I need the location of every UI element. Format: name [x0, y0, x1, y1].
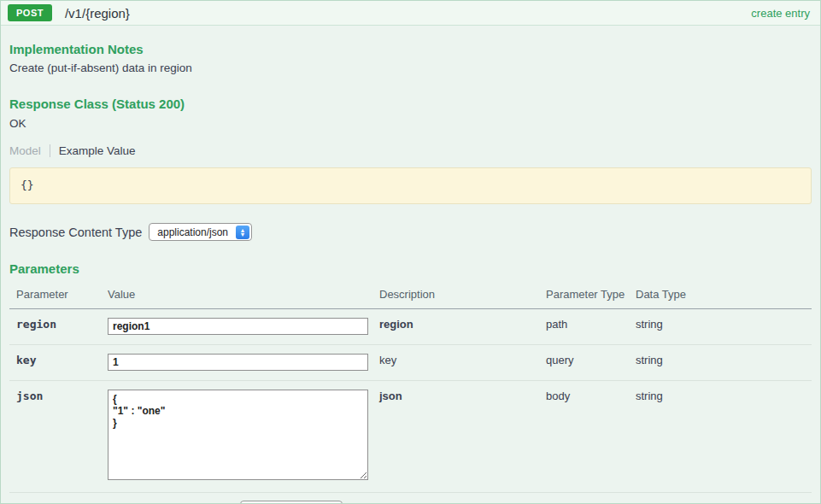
example-value-box: {}: [9, 167, 812, 204]
param-name: region: [9, 318, 108, 331]
model-example-tabs: Model Example Value: [9, 144, 812, 157]
key-value-input[interactable]: [108, 354, 368, 371]
col-header-parameter: Parameter: [9, 288, 108, 301]
operation-path-link[interactable]: /v1/{region}: [65, 6, 130, 21]
table-row-key: key key query string: [9, 345, 812, 381]
json-body-textarea[interactable]: { "1" : "one" }: [108, 390, 368, 480]
param-type: body: [546, 390, 636, 402]
col-header-value: Value: [108, 288, 379, 301]
parameter-content-type-row: Parameter content type: application/json…: [9, 493, 812, 504]
param-description: json: [379, 390, 546, 402]
tab-example-value[interactable]: Example Value: [59, 144, 136, 157]
tab-model[interactable]: Model: [9, 144, 41, 157]
response-class-heading: Response Class (Status 200): [9, 97, 812, 111]
param-data-type: string: [636, 354, 812, 366]
region-value-input[interactable]: [108, 318, 368, 335]
param-type: path: [546, 318, 636, 331]
parameters-table-header: Parameter Value Description Parameter Ty…: [9, 281, 812, 309]
param-description: region: [379, 318, 546, 331]
param-data-type: string: [636, 390, 812, 402]
parameters-table: Parameter Value Description Parameter Ty…: [9, 281, 812, 504]
table-row-json: json { "1" : "one" } json body string: [9, 381, 812, 493]
create-entry-link[interactable]: create entry: [751, 7, 810, 20]
operation-body: Implementation Notes Create (put-if-abse…: [1, 42, 820, 504]
param-data-type: string: [636, 318, 812, 331]
implementation-notes-text: Create (put-if-absent) data in region: [9, 62, 812, 74]
param-type: query: [546, 354, 636, 366]
select-stepper-icon: ▲▼: [236, 226, 249, 239]
implementation-notes-heading: Implementation Notes: [9, 42, 812, 56]
operation-panel: POST /v1/{region} create entry Implement…: [0, 0, 821, 504]
table-row-region: region region path string: [9, 309, 812, 345]
tab-divider: [50, 144, 50, 157]
param-name: json: [9, 390, 108, 402]
col-header-description: Description: [379, 288, 546, 301]
param-name: key: [9, 354, 108, 366]
parameters-heading: Parameters: [9, 261, 812, 276]
param-description: key: [379, 354, 546, 366]
response-content-type-select[interactable]: application/json ▲▼: [149, 223, 252, 241]
response-content-type-value: application/json: [157, 226, 228, 238]
response-class-message: OK: [9, 117, 812, 130]
col-header-parameter-type: Parameter Type: [546, 288, 636, 301]
response-content-type-label: Response Content Type: [9, 226, 142, 239]
col-header-data-type: Data Type: [636, 288, 812, 301]
response-content-type-row: Response Content Type application/json ▲…: [9, 223, 812, 241]
http-method-badge: POST: [8, 4, 52, 21]
parameter-content-type-select[interactable]: application/json ▲▼: [240, 501, 343, 504]
operation-header: POST /v1/{region} create entry: [1, 1, 820, 26]
